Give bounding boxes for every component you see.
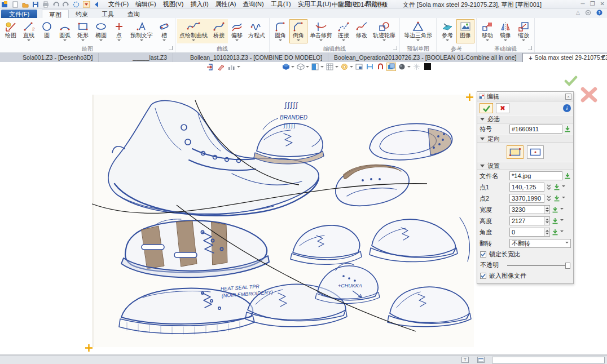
move-button[interactable]: 移动 [478, 19, 496, 43]
window-list-icon[interactable] [477, 357, 485, 363]
connect-button[interactable]: 连接 [335, 19, 353, 43]
layer-display-icon[interactable] [387, 63, 395, 70]
flip-select[interactable]: 不翻转 [509, 239, 571, 248]
mirror-button[interactable]: 镜像 [496, 19, 514, 43]
line-button[interactable]: 2 直线 [20, 19, 38, 43]
tab-sketch[interactable]: 草图 [42, 10, 69, 18]
point-curve-button[interactable]: 点绘制曲线 [177, 19, 210, 43]
dialog-launcher-icon[interactable] [393, 46, 397, 50]
cancel-x-overlay[interactable] [580, 87, 598, 103]
new-file-icon[interactable] [12, 1, 19, 8]
stats-icon[interactable] [227, 63, 236, 70]
circle-button[interactable]: 圆 [38, 19, 56, 43]
text-tool-icon[interactable]: T [461, 357, 469, 363]
collapse-toolbar-icon[interactable] [94, 1, 100, 8]
offset-button[interactable]: 偏移 [228, 19, 246, 43]
modify-button[interactable]: 修改 [353, 19, 371, 43]
ready-text-button[interactable]: 预制文字 [128, 19, 155, 43]
image-corner-marker[interactable] [465, 93, 474, 101]
ribbon-collapse-icon[interactable]: △ [576, 10, 580, 16]
angle-input[interactable]: 0 [509, 228, 544, 237]
doc-tab[interactable]: Boolean_Operation20130726.Z3 - [BOOLEAN … [328, 53, 522, 62]
panel-info-button[interactable]: i [563, 104, 571, 112]
expand-chevrons-icon[interactable] [546, 184, 552, 190]
file-menu-button[interactable]: 文件(F) [1, 10, 37, 18]
menu-utilities[interactable]: 实用工具(U) [294, 0, 335, 8]
shaded-display-icon[interactable] [281, 63, 290, 70]
wireframe-display-icon[interactable] [296, 63, 305, 70]
menu-view[interactable]: 视图(V) [160, 0, 187, 8]
rectangle-button[interactable]: 矩形 [74, 19, 92, 43]
erase-icon[interactable] [217, 63, 225, 70]
sketch-draw-button[interactable]: 绘图 [2, 19, 20, 43]
pick-entity-icon[interactable] [564, 126, 571, 132]
slot-button[interactable]: 槽 [155, 19, 173, 43]
point1-input[interactable]: 140,-125 [509, 183, 544, 192]
menu-file[interactable]: 文件(F) [105, 0, 132, 8]
lock-aspect-checkbox[interactable] [480, 251, 486, 258]
chevron-down-icon[interactable] [560, 208, 564, 211]
image-button[interactable]: 图像 [456, 19, 474, 43]
arc-button[interactable]: 圆弧 [56, 19, 74, 43]
width-input[interactable]: 3230 [509, 205, 544, 214]
open-file-icon[interactable] [22, 1, 29, 8]
menu-attributes[interactable]: 属性(A) [212, 0, 240, 8]
trace-profile-button[interactable]: 轨迹轮廓 [371, 19, 398, 43]
point2-input[interactable]: 3370,1990 [509, 194, 544, 203]
equilateral-triangle-button[interactable]: 等边三角形 [402, 19, 434, 43]
effects-icon[interactable] [412, 63, 421, 70]
reference-button[interactable]: 参考 [438, 19, 456, 43]
section-orientation[interactable]: 定向 [477, 135, 573, 143]
save-icon[interactable] [32, 1, 39, 8]
undo-icon[interactable] [52, 1, 59, 8]
minimize-button[interactable]: ─ [581, 1, 585, 7]
doc-tab[interactable]: Sola001.Z3 - [Desenho3D] [0, 53, 99, 62]
opacity-slider[interactable] [507, 265, 570, 266]
spinner-control[interactable] [544, 205, 550, 214]
filename-input[interactable]: *14.jpg [509, 171, 562, 180]
help-icon[interactable]: ? [596, 10, 602, 16]
menu-tools[interactable]: 工具(T) [267, 0, 294, 8]
exit-sketch-icon[interactable] [206, 63, 214, 70]
settings-gear-icon[interactable] [585, 10, 591, 16]
expand-chevrons-icon[interactable] [546, 195, 552, 202]
shading-quality-icon[interactable] [398, 63, 406, 70]
dialog-launcher-icon[interactable] [169, 46, 173, 50]
close-button[interactable]: ✕ [600, 1, 605, 7]
height-input[interactable]: 2127 [509, 216, 544, 225]
menu-edit[interactable]: 编辑(E) [132, 0, 160, 8]
preview-image-icon[interactable] [355, 63, 363, 70]
pick-entity-icon[interactable] [552, 217, 558, 224]
image-corner-marker[interactable] [85, 344, 93, 352]
snap-icon[interactable] [376, 63, 385, 70]
doc-tab[interactable]: _____last.Z3 [99, 53, 173, 62]
chevron-down-icon[interactable] [562, 185, 565, 189]
grid-icon[interactable] [326, 63, 334, 70]
panel-close-icon[interactable]: × [565, 94, 571, 100]
bounds-icon[interactable] [366, 63, 374, 70]
background-color-icon[interactable] [423, 63, 432, 70]
print-icon[interactable] [42, 1, 49, 8]
chevron-down-icon[interactable] [350, 66, 353, 69]
qat-dropdown-icon[interactable] [83, 1, 90, 8]
bridge-button[interactable]: 桥接 [210, 19, 228, 43]
scale-button[interactable]: 缩放 [514, 19, 533, 43]
tab-list-dropdown-icon[interactable] [600, 56, 605, 61]
chevron-down-icon[interactable] [560, 219, 564, 223]
chevron-down-icon[interactable] [335, 66, 338, 69]
equation-button[interactable]: 方程式 [246, 19, 267, 43]
doc-tab[interactable]: Bollean_10102013.Z3 - [COMBINE DO MODELO… [173, 53, 328, 62]
section-settings[interactable]: 设置 [477, 162, 573, 170]
chevron-down-icon[interactable] [560, 230, 564, 234]
edit-panel-header[interactable]: 编辑 × [477, 92, 573, 101]
spinner-control[interactable] [544, 216, 550, 225]
doc-tab-active[interactable]: + Sola max steel 29-21075.Z3 - [草图001] ✕ [522, 53, 607, 62]
chevron-down-icon[interactable] [306, 66, 309, 69]
chevron-down-icon[interactable] [407, 66, 411, 69]
slider-handle[interactable] [565, 263, 570, 269]
sketch-canvas[interactable]: ʃʃʃʃʃ BRANDED ʃ ʃ ʃ ʃ ʃ HEAT SEAL TPR (N… [0, 71, 607, 355]
symbol-input[interactable]: #1660911 [509, 125, 562, 134]
chamfer-button[interactable]: 倒角 [289, 19, 307, 43]
panel-ok-button[interactable] [480, 103, 493, 113]
redo-icon[interactable] [63, 1, 69, 8]
